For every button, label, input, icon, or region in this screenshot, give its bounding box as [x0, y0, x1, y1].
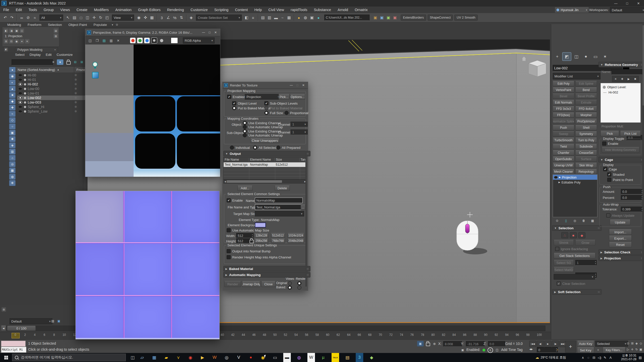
object-use-auto-radio[interactable]: Use Automatic Unwrap	[243, 125, 283, 129]
mini-icon[interactable]: ⊞	[4, 39, 8, 43]
rtt-maximize-button[interactable]: □	[294, 82, 300, 88]
reference-item[interactable]: Hi-002	[609, 90, 618, 94]
taskbar-search-input[interactable]: 검색하려면 여기에 입력하십시오.	[12, 354, 126, 361]
app-display-icon[interactable]: ▭	[271, 353, 279, 362]
menu-item[interactable]: Content	[232, 8, 251, 12]
modifier-button[interactable]: Unwrap UVW	[553, 163, 574, 168]
mirror-icon[interactable]: ◧	[243, 14, 250, 21]
ribbon-tab[interactable]: Modeling	[4, 23, 24, 27]
mini-icon[interactable]: ◧	[4, 28, 8, 33]
mini-icon[interactable]: ◉	[14, 39, 19, 43]
import-button[interactable]: Import...	[609, 229, 632, 235]
normal-bump-checkbox[interactable]: Output into Normal Bump	[227, 249, 270, 253]
orbit-icon[interactable]: ↻	[634, 347, 639, 352]
clear-image-icon[interactable]: ✕	[115, 38, 121, 43]
key-mode-icon[interactable]: ◔	[554, 347, 560, 353]
mini-icon[interactable]: ⊟	[9, 39, 14, 43]
individual-radio[interactable]: Individual	[230, 146, 250, 150]
grow-button[interactable]: Grow	[575, 240, 595, 245]
align-icon[interactable]: ≡	[250, 14, 256, 21]
update-button[interactable]: Update	[610, 219, 630, 225]
tab-display-icon[interactable]: ▭	[591, 52, 600, 61]
mini-icon[interactable]: ▣	[14, 28, 19, 33]
app-player-icon[interactable]: ▶	[199, 353, 206, 362]
polygon-modeling-icon[interactable]: ◩	[4, 48, 8, 52]
element-subobject-icon[interactable]: ◆	[578, 232, 585, 238]
keyboard-override-icon[interactable]: ▦	[149, 14, 155, 21]
field-of-view-icon[interactable]: ▷	[626, 347, 630, 352]
category-filter-icon[interactable]: ⌂	[9, 155, 16, 161]
percent-spinner[interactable]: 0.0	[621, 195, 643, 200]
category-filter-icon[interactable]: ✱	[9, 136, 16, 142]
modifier-button[interactable]: Bend	[575, 87, 597, 93]
percent-snap-icon[interactable]: %	[172, 14, 178, 21]
selection-filter-dropdown[interactable]: All	[39, 15, 63, 21]
menu-item[interactable]: Modifiers	[91, 8, 112, 12]
schematic-view-icon[interactable]: ▦	[286, 14, 292, 21]
use-pivot-center-icon[interactable]: ◉	[136, 14, 142, 21]
scene-object-row[interactable]: Hi-002 ✻	[17, 82, 87, 86]
app-sticky-icon[interactable]: ▰	[163, 353, 170, 362]
visibility-eye-icon[interactable]	[18, 87, 22, 90]
lock-explorer-icon[interactable]	[66, 59, 71, 65]
app-record-icon[interactable]: ●	[247, 353, 255, 362]
frozen-icon[interactable]: ✻	[74, 73, 77, 77]
next-frame-button[interactable]: |▶	[552, 341, 559, 347]
maxscript-mini-listener[interactable]: MAXScript Mi	[1, 347, 26, 353]
hide-working-geometry-button[interactable]: Hide Working Geometry	[602, 147, 639, 153]
default-set-dropdown[interactable]: Default	[10, 318, 52, 324]
tray-ime-icon[interactable]: A	[608, 353, 613, 362]
projection-modifier-dropdown[interactable]: Projection	[245, 94, 281, 100]
object-use-existing-radio[interactable]: Use Existing Channel	[243, 121, 281, 125]
remove-modifier-icon[interactable]: 🗑	[581, 218, 586, 223]
undo-icon[interactable]: ↶	[2, 14, 9, 21]
tray-mic-icon[interactable]: ◌	[586, 353, 591, 362]
modifier-button[interactable]: Normalize Spline	[553, 119, 574, 124]
add-time-tag[interactable]: Add Time Tag	[501, 348, 522, 352]
bind-to-spacewarp-icon[interactable]: ≈	[31, 14, 38, 21]
visibility-eye-icon[interactable]	[18, 96, 22, 99]
zoom-icon[interactable]: ⊙	[626, 341, 630, 346]
app-3dsmax-icon[interactable]: 3	[356, 353, 363, 362]
zoom-region-icon[interactable]: ⊞	[630, 341, 634, 346]
toggle-ribbon-icon[interactable]: ▬	[273, 14, 279, 21]
explorer-menu-item[interactable]: Select	[13, 53, 27, 57]
sub-channel-dropdown[interactable]: 1	[291, 129, 308, 134]
category-filter-icon[interactable]: ✻	[9, 180, 16, 186]
grid-toggle-icon[interactable]: ⊞	[2, 307, 6, 312]
tab-modify-icon[interactable]: ◩	[562, 52, 571, 61]
custom-script-button[interactable]: ShapeConnect	[428, 15, 453, 21]
selection-check-rollout[interactable]: ▶Selection Check∷	[598, 249, 644, 255]
selection-set-dropdown[interactable]: Create Selection Set	[196, 15, 242, 21]
menu-item[interactable]: Group	[40, 8, 57, 12]
delete-element-button[interactable]: Delete	[275, 186, 290, 191]
visibility-eye-icon[interactable]	[18, 101, 22, 104]
alpha-channel-button[interactable]	[159, 38, 164, 43]
baked-render-radio[interactable]	[297, 286, 301, 290]
category-filter-icon[interactable]: ◉	[9, 73, 16, 79]
time-slider-handle[interactable]: 0 / 100	[7, 326, 36, 331]
blue-channel-button[interactable]	[144, 38, 150, 43]
workspace-dropdown[interactable]: Default	[610, 7, 644, 13]
scene-object-row[interactable]: Low-003 ✻	[17, 100, 87, 105]
visibility-eye-icon[interactable]	[18, 74, 22, 77]
amount-spinner[interactable]: 0.0	[621, 189, 643, 194]
soft-selection-rollout[interactable]: ▶Soft Selection∷	[552, 289, 601, 295]
category-filter-icon[interactable]: ◇	[9, 117, 16, 123]
modifier-button[interactable]: Twist	[553, 144, 574, 149]
window-crossing-icon[interactable]: ◫	[84, 14, 91, 21]
custom-script-button[interactable]: ExtendBorders	[401, 15, 426, 21]
ribbon-tab[interactable]: Selection	[45, 23, 65, 27]
modifier-button[interactable]: Retopology	[575, 169, 597, 174]
scene-object-row[interactable]: Hi-01 ✻	[17, 77, 87, 82]
size-768-button[interactable]: 768x768	[271, 238, 285, 243]
category-filter-icon[interactable]: ▲	[9, 86, 16, 92]
modifier-button[interactable]: Edit Spline	[575, 81, 597, 86]
ribbon-tab[interactable]: Object Paint	[65, 23, 90, 27]
visibility-eye-icon[interactable]	[18, 110, 22, 113]
category-filter-icon[interactable]: ▥	[9, 149, 16, 155]
rfw-minimize-button[interactable]: —	[200, 30, 207, 35]
size-2048-button[interactable]: 2048x2048	[288, 238, 304, 243]
category-filter-icon[interactable]: ◎	[9, 161, 16, 167]
pick-button[interactable]: Pick	[600, 131, 619, 136]
